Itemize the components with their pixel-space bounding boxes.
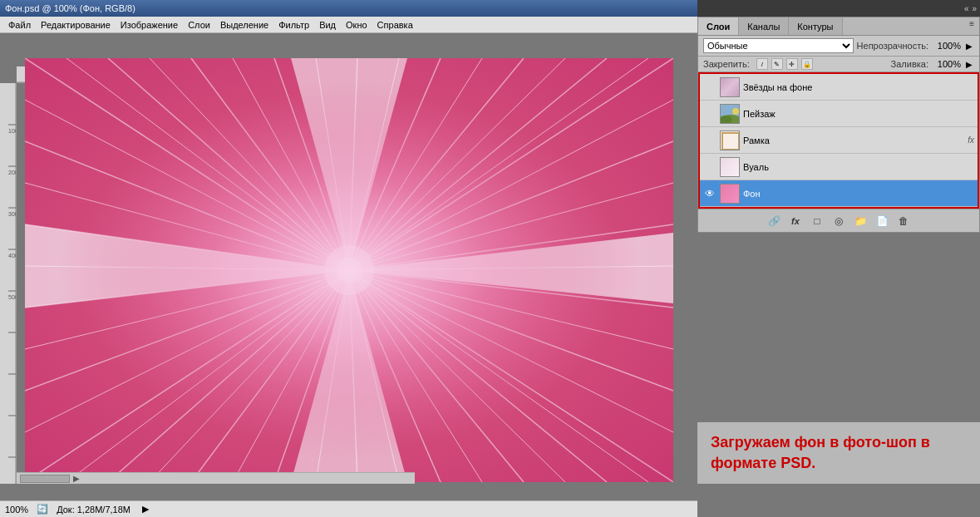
svg-point-112 xyxy=(732,108,739,115)
tab-channels[interactable]: Каналы xyxy=(739,17,789,35)
panel-top-bar: « » xyxy=(697,0,980,17)
fill-arrow[interactable]: ▶ xyxy=(964,60,974,69)
layer-thumb-bg xyxy=(720,184,740,204)
scroll-thumb[interactable] xyxy=(20,475,70,483)
lock-row: Закрепить: / ✎ ✛ 🔒 Заливка: 100% ▶ xyxy=(698,57,979,72)
svg-text:400: 400 xyxy=(8,253,16,258)
opacity-arrow[interactable]: ▶ xyxy=(964,42,974,51)
layer-visibility-landscape[interactable] xyxy=(703,107,717,121)
canvas-inner xyxy=(17,50,697,500)
layer-thumb-veil xyxy=(720,157,740,177)
blend-mode-row: Обычные Непрозрачность: 100% ▶ xyxy=(698,36,979,57)
menu-layers[interactable]: Слои xyxy=(183,18,215,32)
layers-panel: Слои Каналы Контуры ≡ Обычные Непрозрачн… xyxy=(697,17,980,233)
ruler-left-svg: 100 200 300 400 500 xyxy=(0,83,16,484)
layer-fx-icon[interactable]: fx xyxy=(788,214,803,229)
svg-text:500: 500 xyxy=(8,294,16,300)
nav-icon[interactable]: 🔄 xyxy=(37,504,48,515)
layer-thumb-frame xyxy=(720,130,740,150)
svg-text:300: 300 xyxy=(8,211,16,217)
menu-edit[interactable]: Редактирование xyxy=(36,18,116,32)
svg-text:100: 100 xyxy=(8,128,16,134)
fill-layer-icon[interactable]: ◎ xyxy=(831,214,846,229)
layer-name-landscape: Пейзаж xyxy=(743,109,974,119)
layer-visibility-veil[interactable] xyxy=(703,160,717,174)
group-icon[interactable]: 📁 xyxy=(853,214,868,229)
lock-position-icon[interactable]: ✛ xyxy=(786,58,798,70)
panel-bottom-icons: 🔗 fx □ ◎ 📁 📄 🗑 xyxy=(698,209,979,232)
svg-text:200: 200 xyxy=(8,170,16,175)
svg-point-108 xyxy=(58,79,640,461)
new-layer-icon[interactable]: 📄 xyxy=(874,214,889,229)
ruler-left: 100 200 300 400 500 xyxy=(0,83,17,484)
frame-thumb-svg xyxy=(721,131,740,150)
starburst-effect xyxy=(25,58,673,482)
layer-list: Звёзды на фоне Пейзаж xyxy=(698,72,979,209)
lock-transparent-icon[interactable]: / xyxy=(756,58,768,70)
layer-item-landscape[interactable]: Пейзаж xyxy=(700,101,978,127)
svg-rect-32 xyxy=(0,83,16,484)
photoshop-canvas xyxy=(25,58,673,482)
menu-window[interactable]: Окно xyxy=(341,18,372,32)
panel-collapse-left[interactable]: « xyxy=(964,4,969,13)
annotation-box: Загружаем фон в фото-шоп в формате PSD. xyxy=(697,422,980,484)
layer-fx-frame: fx xyxy=(968,135,974,145)
canvas-area: 50 100 150 200 250 300 350 400 450 500 5… xyxy=(0,33,697,500)
lock-all-icon[interactable]: 🔒 xyxy=(801,58,813,70)
menu-help[interactable]: Справка xyxy=(372,18,418,32)
layer-visibility-stars[interactable] xyxy=(703,81,717,94)
scroll-arrow[interactable]: ▶ xyxy=(73,474,80,483)
right-panel: « » Слои Каналы Контуры ≡ Обычные Непроз… xyxy=(697,0,980,517)
menu-select[interactable]: Выделение xyxy=(215,18,273,32)
delete-layer-icon[interactable]: 🗑 xyxy=(896,214,911,229)
status-bar: 100% 🔄 Док: 1,28M/7,18M ▶ xyxy=(0,500,697,517)
horizontal-scrollbar[interactable]: ▶ xyxy=(17,472,415,484)
menu-view[interactable]: Вид xyxy=(314,18,341,32)
annotation-text: Загружаем фон в фото-шоп в формате PSD. xyxy=(711,432,967,474)
layer-thumb-stars xyxy=(720,77,740,97)
layer-name-bg: Фон xyxy=(743,189,974,199)
zoom-level: 100% xyxy=(5,505,28,515)
tab-paths[interactable]: Контуры xyxy=(789,17,842,35)
window-title: Фон.psd @ 100% (Фон, RGB/8) xyxy=(5,3,135,13)
layer-item-frame[interactable]: Рамка fx xyxy=(700,127,978,154)
layer-name-veil: Вуаль xyxy=(743,162,974,172)
layer-visibility-bg[interactable]: 👁 xyxy=(703,187,717,200)
layer-item-bg[interactable]: 👁 Фон xyxy=(700,180,978,207)
layer-item-veil[interactable]: Вуаль xyxy=(700,154,978,180)
layer-thumb-landscape xyxy=(720,104,740,124)
layer-name-stars: Звёзды на фоне xyxy=(743,82,974,92)
tab-layers[interactable]: Слои xyxy=(698,17,739,35)
menu-filter[interactable]: Фильтр xyxy=(273,18,314,32)
doc-size: Док: 1,28M/7,18M xyxy=(57,505,131,515)
menu-file[interactable]: Файл xyxy=(3,18,36,32)
lock-pixels-icon[interactable]: ✎ xyxy=(771,58,783,70)
svg-rect-113 xyxy=(721,131,740,150)
landscape-thumb-svg xyxy=(721,105,740,124)
layer-name-frame: Рамка xyxy=(743,135,964,145)
layer-item-stars[interactable]: Звёзды на фоне xyxy=(700,74,978,101)
add-mask-icon[interactable]: □ xyxy=(810,214,825,229)
blend-mode-select[interactable]: Обычные xyxy=(703,38,854,53)
panel-close[interactable]: » xyxy=(972,4,977,13)
menu-image[interactable]: Изображение xyxy=(116,18,183,32)
panel-tabs: Слои Каналы Контуры ≡ xyxy=(698,17,979,36)
scroll-right-arrow[interactable]: ▶ xyxy=(142,504,149,515)
panel-menu-btn[interactable]: ≡ xyxy=(964,17,979,35)
link-layers-icon[interactable]: 🔗 xyxy=(766,214,781,229)
layer-visibility-frame[interactable] xyxy=(703,134,717,147)
